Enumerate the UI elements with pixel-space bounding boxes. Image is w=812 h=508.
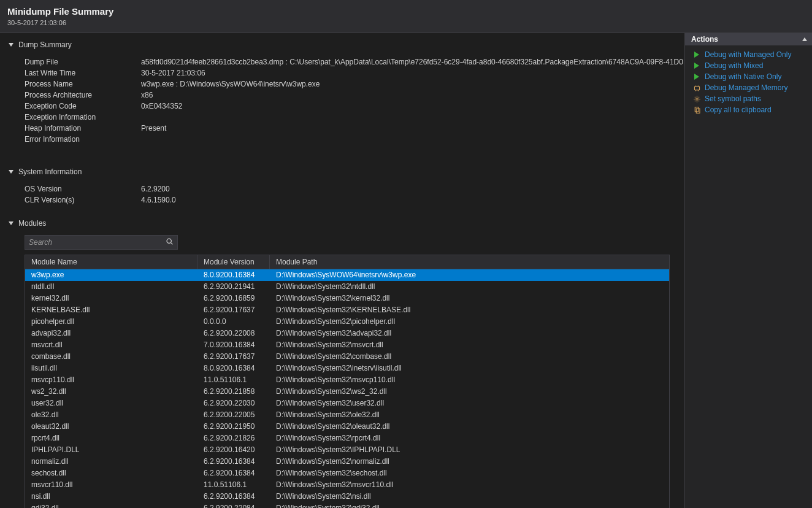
table-row[interactable]: user32.dll6.2.9200.22030D:\Windows\Syste…: [25, 398, 669, 409]
cell-module-name: picohelper.dll: [25, 316, 197, 328]
action-item[interactable]: Debug with Managed Only: [685, 49, 812, 60]
table-row[interactable]: kernel32.dll6.2.9200.16859D:\Windows\Sys…: [25, 293, 669, 304]
table-row[interactable]: msvcp110.dll11.0.51106.1D:\Windows\Syste…: [25, 374, 669, 386]
cell-module-path: D:\Windows\System32\msvcrt.dll: [270, 339, 669, 351]
actions-title: Actions: [691, 35, 718, 44]
cell-module-version: 6.2.9200.16384: [197, 491, 270, 502]
kv-value: Present: [141, 123, 166, 134]
cell-module-name: rpcrt4.dll: [25, 433, 197, 444]
table-row[interactable]: ntdll.dll6.2.9200.21941D:\Windows\System…: [25, 281, 669, 293]
table-row[interactable]: ole32.dll6.2.9200.22005D:\Windows\System…: [25, 409, 669, 421]
svg-point-9: [695, 98, 698, 100]
table-row[interactable]: iisutil.dll8.0.9200.16384D:\Windows\Syst…: [25, 363, 669, 374]
table-row[interactable]: w3wp.exe8.0.9200.16384D:\Windows\SysWOW6…: [25, 269, 669, 281]
kv-row: Process Namew3wp.exe : D:\Windows\SysWOW…: [25, 79, 684, 90]
header-timestamp: 30-5-2017 21:03:06: [7, 19, 805, 26]
kv-key: Last Write Time: [25, 67, 141, 79]
dump-summary-hscroll[interactable]: [25, 156, 676, 156]
cell-module-path: D:\Windows\System32\inetsrv\iisutil.dll: [270, 363, 669, 374]
action-label: Debug Managed Memory: [705, 83, 787, 92]
table-header-row: Module Name Module Version Module Path: [25, 255, 669, 269]
cell-module-path: D:\Windows\System32\oleaut32.dll: [270, 421, 669, 433]
section-toggle-system-info[interactable]: System Information: [0, 165, 684, 179]
cell-module-name: oleaut32.dll: [25, 421, 197, 433]
kv-key: Process Architecture: [25, 90, 141, 101]
action-item[interactable]: Debug with Native Only: [685, 71, 812, 82]
memory-icon: [692, 84, 701, 92]
cell-module-name: msvcr110.dll: [25, 479, 197, 491]
cell-module-version: 6.2.9200.21950: [197, 421, 270, 433]
kv-row: CLR Version(s)4.6.1590.0: [25, 194, 684, 206]
section-title: Modules: [18, 219, 46, 228]
svg-rect-2: [694, 87, 699, 90]
actions-panel: Actions Debug with Managed OnlyDebug wit…: [684, 33, 812, 508]
cell-module-name: normaliz.dll: [25, 456, 197, 468]
table-row[interactable]: oleaut32.dll6.2.9200.21950D:\Windows\Sys…: [25, 421, 669, 433]
kv-row: Exception Code0xE0434352: [25, 101, 684, 112]
section-toggle-modules[interactable]: Modules: [0, 217, 684, 230]
kv-key: Exception Information: [25, 112, 141, 123]
modules-content: Module Name Module Version Module Path w…: [0, 230, 684, 508]
table-row[interactable]: msvcr110.dll11.0.51106.1D:\Windows\Syste…: [25, 479, 669, 491]
search-box[interactable]: [25, 235, 178, 250]
search-icon[interactable]: [166, 237, 174, 247]
table-row[interactable]: nsi.dll6.2.9200.16384D:\Windows\System32…: [25, 491, 669, 502]
cell-module-name: iisutil.dll: [25, 363, 197, 374]
action-label: Debug with Mixed: [705, 61, 763, 70]
action-item[interactable]: Copy all to clipboard: [685, 104, 812, 115]
cell-module-name: ntdll.dll: [25, 281, 197, 293]
cell-module-path: D:\Windows\System32\ole32.dll: [270, 409, 669, 421]
action-item[interactable]: Debug Managed Memory: [685, 82, 812, 93]
modules-table: Module Name Module Version Module Path w…: [25, 255, 670, 508]
kv-row: Heap InformationPresent: [25, 123, 684, 134]
table-row[interactable]: sechost.dll6.2.9200.16384D:\Windows\Syst…: [25, 468, 669, 479]
cell-module-name: ws2_32.dll: [25, 386, 197, 398]
play-icon: [692, 63, 701, 69]
column-header-module-name[interactable]: Module Name: [25, 255, 197, 269]
play-icon: [692, 74, 701, 80]
table-row[interactable]: normaliz.dll6.2.9200.16384D:\Windows\Sys…: [25, 456, 669, 468]
cell-module-version: 8.0.9200.16384: [197, 269, 270, 281]
action-item[interactable]: Debug with Mixed: [685, 60, 812, 71]
column-header-module-version[interactable]: Module Version: [197, 255, 270, 269]
cell-module-path: D:\Windows\System32\nsi.dll: [270, 491, 669, 502]
section-toggle-dump-summary[interactable]: Dump Summary: [0, 38, 684, 52]
table-row[interactable]: ws2_32.dll6.2.9200.21858D:\Windows\Syste…: [25, 386, 669, 398]
cell-module-version: 7.0.9200.16384: [197, 339, 270, 351]
chevron-down-icon: [9, 43, 13, 47]
cell-module-name: msvcp110.dll: [25, 374, 197, 386]
actions-panel-header[interactable]: Actions: [685, 33, 812, 45]
cell-module-version: 6.2.9200.21826: [197, 433, 270, 444]
svg-point-0: [167, 239, 171, 243]
table-row[interactable]: KERNELBASE.dll6.2.9200.17637D:\Windows\S…: [25, 304, 669, 316]
svg-rect-11: [696, 109, 700, 113]
search-input[interactable]: [29, 238, 166, 247]
cell-module-path: D:\Windows\System32\picohelper.dll: [270, 316, 669, 328]
cell-module-name: nsi.dll: [25, 491, 197, 502]
cell-module-path: D:\Windows\System32\combase.dll: [270, 351, 669, 363]
cell-module-version: 8.0.9200.16384: [197, 363, 270, 374]
table-row[interactable]: gdi32.dll6.2.9200.22084D:\Windows\System…: [25, 502, 669, 508]
main-content: Dump Summary Dump Filea58fd0d9021d4feeb2…: [0, 33, 684, 508]
table-row[interactable]: picohelper.dll0.0.0.0D:\Windows\System32…: [25, 316, 669, 328]
table-row[interactable]: msvcrt.dll7.0.9200.16384D:\Windows\Syste…: [25, 339, 669, 351]
chevron-up-icon: [802, 37, 807, 41]
cell-module-path: D:\Windows\System32\KERNELBASE.dll: [270, 304, 669, 316]
table-row[interactable]: advapi32.dll6.2.9200.22008D:\Windows\Sys…: [25, 328, 669, 339]
cell-module-path: D:\Windows\System32\normaliz.dll: [270, 456, 669, 468]
cell-module-name: gdi32.dll: [25, 502, 197, 508]
section-title: System Information: [18, 167, 82, 176]
page-title: Minidump File Summary: [7, 6, 805, 17]
play-icon: [692, 52, 701, 58]
system-info-content: OS Version6.2.9200CLR Version(s)4.6.1590…: [0, 179, 684, 213]
table-row[interactable]: IPHLPAPI.DLL6.2.9200.16420D:\Windows\Sys…: [25, 444, 669, 456]
table-row[interactable]: combase.dll6.2.9200.17637D:\Windows\Syst…: [25, 351, 669, 363]
cell-module-name: combase.dll: [25, 351, 197, 363]
actions-list: Debug with Managed OnlyDebug with MixedD…: [685, 45, 812, 119]
action-label: Debug with Native Only: [705, 72, 781, 81]
action-item[interactable]: Set symbol paths: [685, 93, 812, 104]
cell-module-name: KERNELBASE.dll: [25, 304, 197, 316]
table-row[interactable]: rpcrt4.dll6.2.9200.21826D:\Windows\Syste…: [25, 433, 669, 444]
column-header-module-path[interactable]: Module Path: [270, 255, 669, 269]
cell-module-version: 6.2.9200.16384: [197, 456, 270, 468]
